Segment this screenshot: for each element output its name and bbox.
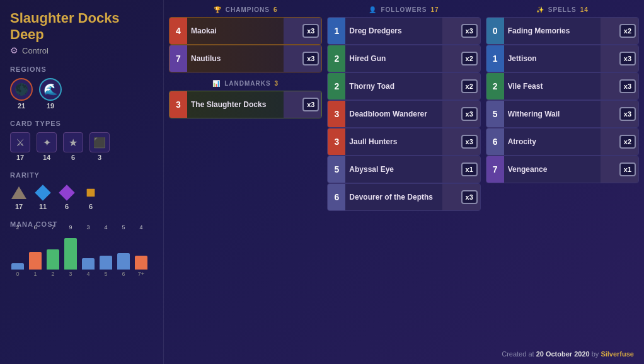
mana-bar-1: 6 1: [28, 224, 43, 277]
spells-header-label: SPELLS: [548, 6, 577, 13]
card-row[interactable]: 4 Maokai x3: [169, 17, 322, 45]
card-name: Atrocity: [504, 137, 601, 146]
card-quantity: x1: [461, 162, 478, 176]
card-type-spells[interactable]: ✦ 14: [37, 132, 57, 161]
card-cost: 1: [486, 45, 504, 72]
bar-count-0: 2: [16, 224, 19, 230]
rarity-common[interactable]: 17: [10, 184, 28, 210]
rarity-champion[interactable]: 6: [82, 184, 100, 210]
control-icon: ⚙: [10, 45, 18, 55]
sidebar: Slaughter Docks Deep ⚙ Control REGIONS 🌑…: [0, 0, 164, 364]
landmarks-icon: ⬛: [89, 132, 110, 152]
followers-section-header: 👤 FOLLOWERS 17: [327, 6, 480, 13]
spells-icon: ✦: [37, 132, 57, 152]
region-bilgewater[interactable]: 🌊 19: [39, 78, 62, 110]
champions-icon: ★: [63, 132, 83, 152]
bar-count-7+: 4: [139, 224, 142, 230]
followers-col: 👤 FOLLOWERS 17 1 Dreg Dredgers x3 2 Hire…: [327, 6, 480, 346]
card-row[interactable]: 2 Thorny Toad x2: [327, 72, 480, 100]
card-row[interactable]: 7 Vengeance x1: [486, 156, 639, 183]
rare-count: 11: [39, 203, 47, 210]
mana-bar-2: 7 2: [45, 224, 60, 277]
card-row[interactable]: 2 Vile Feast x3: [486, 72, 639, 100]
card-quantity: x2: [619, 24, 636, 38]
regions-row: 🌑 21 🌊 19: [10, 78, 153, 110]
card-row[interactable]: 2 Hired Gun x2: [327, 45, 480, 72]
card-cost: 3: [328, 101, 345, 127]
bar-count-5: 4: [104, 224, 107, 230]
card-row[interactable]: 7 Nautilus x3: [169, 45, 322, 72]
spells-count: 14: [43, 154, 50, 161]
card-row[interactable]: 0 Fading Memories x2: [486, 17, 639, 45]
common-count: 17: [15, 203, 23, 210]
card-cost: 4: [170, 18, 187, 44]
card-row[interactable]: 3 The Slaughter Docks x3: [169, 91, 322, 118]
common-icon: [10, 184, 28, 202]
epic-icon: [58, 184, 76, 202]
bar-fill-0: [11, 263, 24, 270]
rarity-epic[interactable]: 6: [58, 184, 76, 210]
mana-bar-5: 4 5: [98, 224, 113, 277]
spells-header-count: 14: [580, 6, 589, 13]
footer: Created at 20 October 2020 by Silverfuse: [169, 346, 639, 358]
champions-trophy-icon: 🏆: [214, 6, 222, 13]
card-quantity: x1: [619, 162, 636, 176]
card-row[interactable]: 5 Abyssal Eye x1: [327, 156, 480, 183]
bar-label-1: 1: [33, 271, 37, 277]
landmarks-header-icon: 📊: [212, 80, 221, 87]
card-quantity: x3: [461, 24, 478, 38]
shadow-isles-count: 21: [18, 102, 25, 110]
card-name: Jaull Hunters: [345, 137, 442, 146]
card-cost: 2: [486, 73, 504, 100]
card-row[interactable]: 3 Deadbloom Wanderer x3: [327, 100, 480, 128]
bar-wrapper-1: [29, 232, 42, 270]
region-shadow-isles[interactable]: 🌑 21: [10, 78, 33, 110]
card-types-row: ⚔ 17 ✦ 14 ★ 6 ⬛ 3: [10, 132, 153, 161]
mana-cost-section: MANA COST 2 0 6 1 7 2 9 3 3 4 4: [10, 220, 153, 290]
bar-label-7+: 7+: [138, 271, 144, 277]
card-type-landmarks[interactable]: ⬛ 3: [89, 132, 110, 161]
bar-count-6: 5: [122, 224, 125, 230]
deck-type: ⚙ Control: [10, 45, 153, 55]
footer-prefix: Created at: [502, 350, 534, 358]
spells-header-icon: ✨: [536, 6, 544, 13]
units-icon: ⚔: [10, 132, 30, 152]
card-row[interactable]: 1 Dreg Dredgers x3: [327, 17, 480, 45]
rarity-label: RARITY: [10, 171, 153, 179]
bar-wrapper-3: [64, 232, 77, 270]
bilgewater-icon: 🌊: [39, 78, 62, 101]
card-cost: 0: [486, 18, 504, 44]
footer-author: Silverfuse: [601, 350, 634, 358]
regions-label: REGIONS: [10, 65, 153, 73]
card-name: Dreg Dredgers: [345, 26, 442, 35]
rarity-row: 17 11 6 6: [10, 184, 153, 210]
card-quantity: x3: [302, 24, 319, 38]
card-row[interactable]: 6 Atrocity x2: [486, 128, 639, 156]
rarity-rare[interactable]: 11: [34, 184, 52, 210]
bar-wrapper-0: [11, 232, 24, 270]
footer-date: 20 October 2020: [536, 350, 590, 358]
mana-bar-0: 2 0: [10, 224, 25, 277]
card-row[interactable]: 6 Devourer of the Depths x3: [327, 183, 480, 211]
bar-fill-6: [117, 253, 130, 270]
card-cost: 7: [170, 45, 187, 72]
card-quantity: x3: [302, 98, 319, 111]
card-row[interactable]: 5 Withering Wail x3: [486, 100, 639, 128]
mana-chart: 2 0 6 1 7 2 9 3 3 4 4 5 5: [10, 233, 153, 290]
card-quantity: x3: [461, 190, 478, 204]
card-cost: 5: [486, 101, 504, 127]
units-count: 17: [16, 154, 24, 161]
champions-section-header: 🏆 CHAMPIONS 6: [169, 6, 322, 13]
followers-header-count: 17: [430, 6, 439, 13]
card-cost: 3: [170, 91, 187, 118]
deck-type-label: Control: [22, 46, 49, 55]
card-type-units[interactable]: ⚔ 17: [10, 132, 30, 161]
card-row[interactable]: 3 Jaull Hunters x3: [327, 128, 480, 156]
epic-count: 6: [65, 203, 69, 210]
card-quantity: x2: [461, 52, 478, 65]
card-quantity: x3: [619, 52, 636, 65]
card-type-champions[interactable]: ★ 6: [63, 132, 83, 161]
card-row[interactable]: 1 Jettison x3: [486, 45, 639, 72]
deck-title: Slaughter Docks Deep: [10, 10, 153, 43]
bar-count-2: 7: [51, 224, 54, 230]
